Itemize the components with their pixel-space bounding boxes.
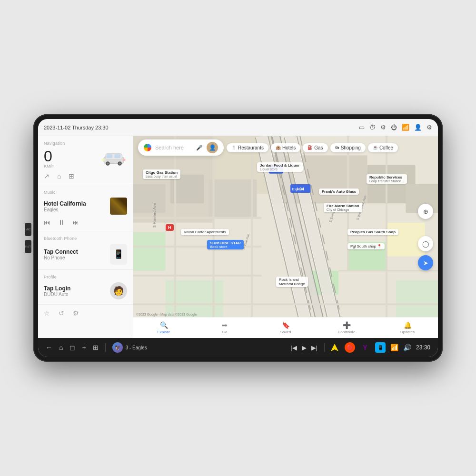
panel-footer: ☆ ↺ ⚙ xyxy=(38,305,133,322)
plus-btn[interactable]: + xyxy=(82,344,86,351)
nav-buttons: ↗ ⌂ ⊞ xyxy=(44,172,127,180)
contribute-label: Contribute xyxy=(338,330,356,334)
svg-point-7 xyxy=(119,162,121,164)
mic-search-icon[interactable]: 🎤 xyxy=(196,145,203,151)
svg-rect-8 xyxy=(102,159,105,161)
chip-shopping[interactable]: 🛍 Shopping xyxy=(330,143,366,152)
music-content: Hotel California Eagles xyxy=(44,198,127,215)
mic-label: MIC xyxy=(26,228,31,231)
nav-updates[interactable]: 🔔 Updates xyxy=(377,321,438,334)
next-btn[interactable]: ⏭ xyxy=(72,218,79,226)
bb-next-btn[interactable]: ▶| xyxy=(311,344,317,351)
bt-subtitle: No Phone xyxy=(44,255,106,260)
nav-work-btn[interactable]: ⊞ xyxy=(69,172,74,180)
bb-volume-icon[interactable]: 🔊 xyxy=(403,344,411,351)
nav-explore[interactable]: 🔍 Explore xyxy=(133,321,194,334)
gear-icon: ⚙ xyxy=(426,124,432,131)
map-area[interactable]: I-94 I-94 Express S Harva xyxy=(133,136,438,338)
playback-controls: |◀ ▶ ▶| xyxy=(290,344,317,351)
music-section-label: Music xyxy=(44,190,127,195)
map-attribution: ©2023 Google · Map data ©2023 Google xyxy=(136,313,197,316)
yahoo-icon[interactable]: Y xyxy=(360,342,370,353)
track-avatar: 🦅 xyxy=(112,342,123,353)
track-text: 3 - Eagles xyxy=(126,345,147,350)
layers-btn[interactable]: ⊕ xyxy=(418,204,433,219)
svg-rect-9 xyxy=(123,159,126,161)
display-icon: ▭ xyxy=(359,124,365,131)
radio-app-icon[interactable]: 🔴 xyxy=(345,342,355,353)
bottom-bar: ← ⌂ ◻ + ⊞ 🦅 3 - Eagles |◀ ▶ ▶| xyxy=(38,338,438,357)
rst-button[interactable]: RST xyxy=(25,240,31,253)
bluetooth-section: Bluetooth Phone Tap Connect No Phone 📱 xyxy=(38,231,133,270)
chip-restaurants[interactable]: 🍴 Restaurants xyxy=(227,143,268,152)
explore-icon: 🔍 xyxy=(160,321,168,329)
music-artist: Eagles xyxy=(44,207,106,212)
nav-direction-btn[interactable]: ↗ xyxy=(44,172,50,180)
place-firealarm: Fire Alarm Station City of Chicago xyxy=(324,203,362,212)
profile-section: Profile Tap Login DUDU Auto 🧑 xyxy=(38,270,133,305)
favorite-icon[interactable]: ☆ xyxy=(44,309,50,317)
status-bar: 2023-11-02 Thursday 23:30 ▭ ⏱ ⚙ ⏻ 📶 👤 ⚙ xyxy=(38,119,438,136)
bb-play-btn[interactable]: ▶ xyxy=(302,344,307,351)
nav-saved[interactable]: 🔖 Saved xyxy=(255,321,316,334)
divider1 xyxy=(105,343,106,352)
back-btn[interactable]: ← xyxy=(46,344,52,351)
settings-footer-icon[interactable]: ⚙ xyxy=(73,309,79,317)
google-logo xyxy=(144,144,151,151)
nav-contribute[interactable]: ➕ Contribute xyxy=(316,321,377,334)
place-vivian: Vivian Carter Apartments xyxy=(181,229,229,235)
saved-icon: 🔖 xyxy=(282,321,290,329)
navigation-section: Navigation 0 KM/H xyxy=(38,136,133,185)
place-franks: Frank's Auto Glass xyxy=(319,188,359,195)
play-pause-btn[interactable]: ⏸ xyxy=(58,218,65,226)
settings-icon: ⚙ xyxy=(380,124,386,131)
place-peoples: Peoples Gas South Shop xyxy=(347,229,398,235)
speed-display: 0 KM/H xyxy=(44,149,55,169)
navigation-app-icon[interactable] xyxy=(329,342,340,353)
nav-home-btn[interactable]: ⌂ xyxy=(57,172,61,180)
compass-btn[interactable]: ◯ xyxy=(418,236,433,251)
hospital-marker: H xyxy=(166,224,174,231)
search-bar[interactable]: Search here 🎤 👤 xyxy=(138,139,224,156)
profile-info: Tap Login DUDU Auto xyxy=(44,285,106,297)
speed-unit: KM/H xyxy=(44,164,55,169)
coffee-icon: ☕ xyxy=(373,145,378,150)
phone-icon: 📱 xyxy=(110,244,127,265)
mic-button[interactable]: MIC xyxy=(25,223,31,236)
nav-go[interactable]: ➡ Go xyxy=(194,321,255,334)
car-illustration xyxy=(100,150,127,167)
place-sunshine[interactable]: SUNSHINE STAR Book store xyxy=(207,240,244,249)
svg-rect-22 xyxy=(208,179,257,218)
map-chips: 🍴 Restaurants 🏨 Hotels ⛽ Gas 🛍 xyxy=(227,143,398,152)
chip-coffee[interactable]: ☕ Coffee xyxy=(368,143,398,152)
chip-hotels[interactable]: 🏨 Hotels xyxy=(271,143,300,152)
map-controls-right: ⊕ ◯ ➤ xyxy=(418,204,433,270)
updates-icon: 🔔 xyxy=(404,321,412,329)
chip-gas[interactable]: ⛽ Gas xyxy=(303,143,327,152)
map-top-bar: Search here 🎤 👤 🍴 Restaurants 🏨 Hotels xyxy=(133,136,438,159)
timer-icon: ⏱ xyxy=(369,124,376,131)
search-input[interactable]: Search here xyxy=(155,145,192,150)
user-icon: 👤 xyxy=(414,124,422,131)
bb-time: 23:30 xyxy=(416,344,430,351)
music-title: Hotel California xyxy=(44,200,106,207)
shopping-icon: 🛍 xyxy=(335,145,339,150)
map-bottom-nav: 🔍 Explore ➡ Go 🔖 Saved ➕ Contribute xyxy=(133,317,438,338)
bt-section-label: Bluetooth Phone xyxy=(44,236,127,241)
bb-wifi-icon: 📶 xyxy=(390,344,398,351)
android-auto-icon[interactable]: 📱 xyxy=(375,342,386,353)
recents-btn[interactable]: ◻ xyxy=(69,344,75,351)
apps-btn[interactable]: ⊞ xyxy=(93,344,99,351)
refresh-icon[interactable]: ↺ xyxy=(59,309,64,317)
power-icon: ⏻ xyxy=(391,124,397,131)
navigate-btn[interactable]: ➤ xyxy=(418,255,433,270)
svg-text:Express: Express xyxy=(292,188,305,191)
prev-btn[interactable]: ⏮ xyxy=(44,218,50,226)
bb-prev-btn[interactable]: |◀ xyxy=(290,344,297,351)
restaurant-icon: 🍴 xyxy=(231,145,237,150)
svg-rect-16 xyxy=(133,232,166,271)
home-btn[interactable]: ⌂ xyxy=(59,344,63,351)
go-label: Go xyxy=(222,330,228,334)
user-avatar-map[interactable]: 👤 xyxy=(207,142,218,153)
rst-label: RST xyxy=(25,245,31,248)
